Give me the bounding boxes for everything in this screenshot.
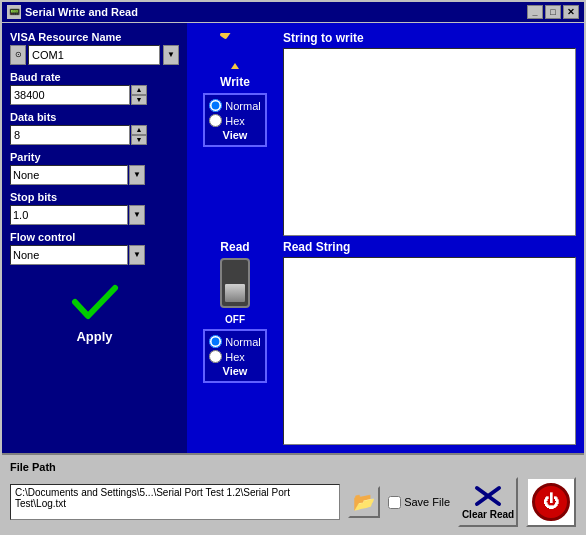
write-normal-label: Normal: [225, 100, 260, 112]
apply-label: Apply: [76, 329, 112, 344]
toggle-knob: [224, 283, 246, 303]
stop-bits-label: Stop bits: [10, 191, 179, 203]
parity-label: Parity: [10, 151, 179, 163]
left-panel: VISA Resource Name ⊙ ▼ Baud rate ▲ ▼: [2, 23, 187, 453]
read-toggle[interactable]: [220, 258, 250, 308]
baud-down-btn[interactable]: ▼: [131, 95, 147, 105]
visa-dropdown-btn[interactable]: ▼: [163, 45, 179, 65]
write-view-box: Normal Hex View: [203, 93, 266, 147]
visa-connector-icon: ⊙: [10, 45, 26, 65]
read-label: Read: [220, 240, 249, 254]
exit-button[interactable]: ⏻: [526, 477, 576, 527]
visa-input[interactable]: [28, 45, 160, 65]
exit-circle-icon: ⏻: [532, 483, 570, 521]
flow-select[interactable]: NoneXON/XOFFRTS/CTS: [10, 245, 128, 265]
baud-label: Baud rate: [10, 71, 179, 83]
read-normal-radio[interactable]: [209, 335, 222, 348]
svg-marker-1: [231, 63, 239, 69]
minimize-button[interactable]: _: [527, 5, 543, 19]
clear-read-button[interactable]: Clear Read: [458, 477, 518, 527]
maximize-button[interactable]: □: [545, 5, 561, 19]
flow-dropdown-btn[interactable]: ▼: [129, 245, 145, 265]
svg-rect-0: [219, 33, 239, 40]
data-bits-input[interactable]: [10, 125, 130, 145]
visa-resource-group: VISA Resource Name ⊙ ▼: [10, 31, 179, 65]
read-hex-radio[interactable]: [209, 350, 222, 363]
write-controls: Write Normal Hex View: [195, 31, 275, 236]
baud-rate-group: Baud rate ▲ ▼: [10, 71, 179, 105]
file-path-label: File Path: [10, 461, 576, 473]
power-icon: ⏻: [543, 493, 559, 511]
read-view-box: Normal Hex View: [203, 329, 266, 383]
write-section: Write Normal Hex View String: [195, 31, 576, 236]
flow-control-group: Flow control NoneXON/XOFFRTS/CTS ▼: [10, 231, 179, 265]
save-file-checkbox[interactable]: [388, 496, 401, 509]
write-view-label: View: [209, 129, 260, 141]
main-window: 📟 Serial Write and Read _ □ ✕ VISA Resou…: [0, 0, 586, 535]
bottom-panel: File Path C:\Documents and Settings\5...…: [2, 453, 584, 533]
window-title: Serial Write and Read: [25, 6, 138, 18]
data-bits-group: Data bits ▲ ▼: [10, 111, 179, 145]
write-label: Write: [220, 75, 250, 89]
right-panel: Write Normal Hex View String: [187, 23, 584, 453]
data-bits-up-btn[interactable]: ▲: [131, 125, 147, 135]
save-file-label: Save File: [404, 496, 450, 508]
apply-button[interactable]: [65, 277, 125, 327]
apply-section: Apply: [10, 277, 179, 344]
write-hex-radio[interactable]: [209, 114, 222, 127]
write-normal-radio[interactable]: [209, 99, 222, 112]
read-string-output[interactable]: [283, 257, 576, 445]
baud-input[interactable]: [10, 85, 130, 105]
window-icon: 📟: [7, 5, 21, 19]
data-bits-down-btn[interactable]: ▼: [131, 135, 147, 145]
stop-bits-dropdown-btn[interactable]: ▼: [129, 205, 145, 225]
bottom-row: C:\Documents and Settings\5...\Serial Po…: [10, 477, 576, 527]
write-button[interactable]: [215, 31, 255, 71]
write-hex-label: Hex: [225, 115, 245, 127]
data-bits-label: Data bits: [10, 111, 179, 123]
clear-read-label: Clear Read: [462, 509, 514, 520]
title-bar: 📟 Serial Write and Read _ □ ✕: [2, 2, 584, 23]
off-label: OFF: [225, 314, 245, 325]
file-path-input[interactable]: C:\Documents and Settings\5...\Serial Po…: [10, 484, 340, 520]
string-to-write-title: String to write: [283, 31, 576, 45]
read-normal-label: Normal: [225, 336, 260, 348]
parity-group: Parity NoneEvenOdd ▼: [10, 151, 179, 185]
save-file-group: Save File: [388, 496, 450, 509]
parity-select[interactable]: NoneEvenOdd: [10, 165, 128, 185]
visa-label: VISA Resource Name: [10, 31, 179, 43]
string-to-write-area: String to write: [283, 31, 576, 236]
read-controls: Read OFF Normal Hex Vi: [195, 240, 275, 445]
read-string-title: Read String: [283, 240, 576, 254]
parity-dropdown-btn[interactable]: ▼: [129, 165, 145, 185]
close-button[interactable]: ✕: [563, 5, 579, 19]
read-view-label: View: [209, 365, 260, 377]
stop-bits-group: Stop bits 1.01.52.0 ▼: [10, 191, 179, 225]
read-string-area: Read String: [283, 240, 576, 445]
read-section: Read OFF Normal Hex Vi: [195, 240, 576, 445]
flow-label: Flow control: [10, 231, 179, 243]
baud-up-btn[interactable]: ▲: [131, 85, 147, 95]
string-to-write-input[interactable]: [283, 48, 576, 236]
stop-bits-select[interactable]: 1.01.52.0: [10, 205, 128, 225]
folder-button[interactable]: 📂: [348, 486, 380, 518]
read-hex-label: Hex: [225, 351, 245, 363]
